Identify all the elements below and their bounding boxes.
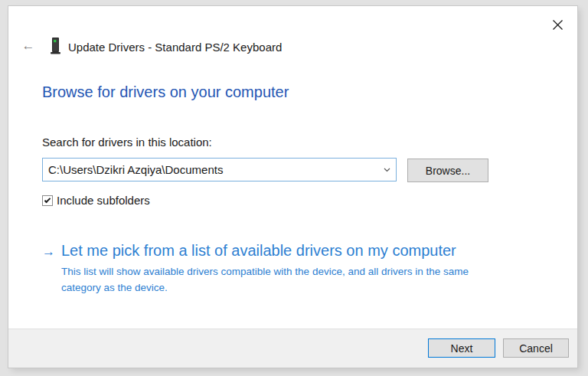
back-icon[interactable]: ← [19, 38, 38, 54]
checkbox-box[interactable] [42, 195, 53, 206]
page-title: Browse for drivers on your computer [42, 83, 289, 101]
close-icon[interactable] [548, 15, 567, 34]
checkmark-icon [44, 196, 51, 202]
browse-button[interactable]: Browse... [407, 159, 488, 182]
include-subfolders-checkbox[interactable]: Include subfolders [42, 194, 150, 207]
location-combobox[interactable] [42, 158, 397, 181]
cancel-button[interactable]: Cancel [503, 338, 569, 358]
chevron-down-icon[interactable] [377, 159, 396, 181]
update-drivers-dialog: ← Update Drivers - Standard PS/2 Keyboar… [8, 6, 577, 368]
next-button[interactable]: Next [428, 338, 495, 358]
location-label: Search for drivers in this location: [42, 136, 212, 149]
pick-from-list-option[interactable]: → Let me pick from a list of available d… [42, 242, 504, 296]
driver-device-icon [51, 38, 61, 58]
right-arrow-icon: → [42, 242, 61, 260]
pick-from-list-description: This list will show available drivers co… [61, 264, 504, 296]
include-subfolders-label: Include subfolders [57, 194, 150, 207]
close-x-glyph [553, 20, 563, 30]
location-input[interactable] [43, 159, 377, 181]
pick-from-list-label[interactable]: Let me pick from a list of available dri… [61, 242, 456, 260]
dialog-footer: Next Cancel [8, 329, 577, 368]
window-title: Update Drivers - Standard PS/2 Keyboard [68, 41, 282, 54]
